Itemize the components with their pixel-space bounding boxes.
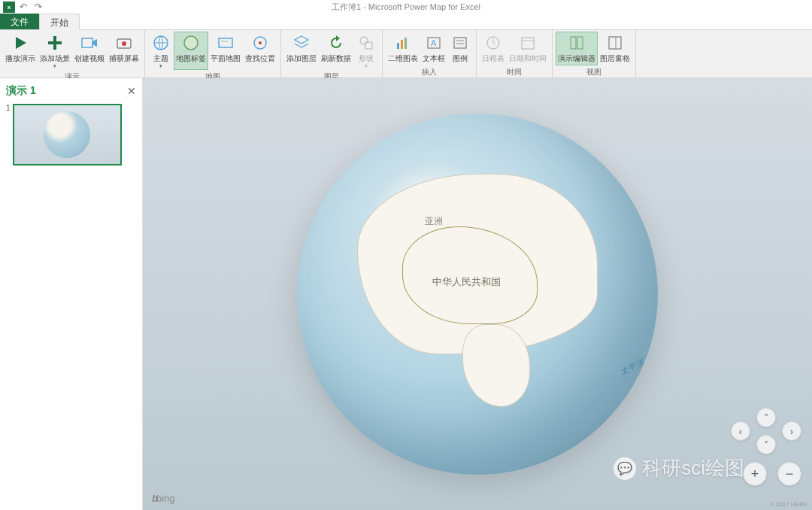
watermark: 💬 科研sci绘图 (614, 455, 744, 481)
tilt-down-button[interactable]: ˅ (756, 435, 776, 454)
refresh-data-button[interactable]: 刷新数据 (319, 32, 353, 70)
group-layer: 添加图层 刷新数据 形状 ▾ 图层 (281, 30, 383, 77)
window-title: 工作簿1 - Microsoft Power Map for Excel (0, 2, 812, 13)
refresh-icon (326, 33, 346, 53)
tab-home[interactable]: 开始 (39, 14, 80, 30)
titlebar: x ↶ ↷ 工作簿1 - Microsoft Power Map for Exc… (0, 0, 812, 14)
create-video-button[interactable]: 创建视频 (72, 32, 107, 70)
scene-number: 1 (6, 104, 11, 165)
label-pacific: 太平洋 (618, 357, 645, 378)
landmass (462, 324, 530, 407)
layer-pane-button[interactable]: 图层窗格 (598, 32, 632, 65)
plus-icon (45, 33, 65, 53)
bing-attribution: bbing (152, 493, 175, 504)
group-time: 日程表 日期和时间 时间 (477, 30, 553, 77)
zoom-in-button[interactable]: + (743, 462, 767, 486)
svg-rect-19 (522, 38, 534, 49)
tab-file[interactable]: 文件 (0, 14, 39, 29)
svg-point-7 (259, 41, 262, 44)
copyright-text: © 2017 HERE (770, 501, 807, 508)
find-location-button[interactable]: 查找位置 (243, 32, 277, 70)
pane-icon (605, 33, 625, 53)
panel-title: 演示 1 (6, 84, 36, 98)
svg-rect-10 (397, 43, 399, 49)
wechat-icon: 💬 (614, 457, 636, 480)
svg-point-8 (360, 37, 368, 44)
svg-point-4 (184, 36, 198, 50)
shape-icon (356, 33, 376, 53)
group-label: 视图 (556, 65, 632, 79)
ribbon: 播放演示 添加场景 ▾ 创建视频 捕获屏幕 演示 主题 ▾ (0, 30, 812, 78)
svg-rect-22 (577, 37, 583, 49)
excel-app-icon: x (3, 2, 15, 13)
chevron-down-icon: ▾ (159, 64, 162, 68)
group-label: 插入 (386, 65, 473, 79)
bar-chart-icon (393, 33, 413, 53)
theme-button[interactable]: 主题 ▾ (148, 32, 174, 70)
add-layer-button[interactable]: 添加图层 (284, 32, 319, 70)
workspace: 演示 1 ✕ 1 亚洲 中华人民共和国 太平洋 bbing © 2017 HER… (0, 78, 812, 510)
globe-icon (151, 33, 171, 53)
play-tour-button[interactable]: 播放演示 (3, 32, 38, 70)
textbox-icon: A (424, 33, 444, 53)
flat-map-button[interactable]: 平面地图 (208, 32, 243, 70)
svg-rect-12 (404, 38, 407, 49)
chevron-down-icon: ▾ (53, 64, 56, 68)
layer-add-icon (292, 33, 311, 53)
textbox-button[interactable]: A 文本框 (420, 32, 447, 65)
svg-text:A: A (431, 38, 437, 47)
tour-editor-button[interactable]: 演示编辑器 (556, 32, 598, 65)
clock-icon (483, 33, 503, 53)
camera-icon (114, 33, 134, 53)
video-icon (80, 33, 99, 53)
svg-rect-23 (609, 37, 621, 49)
play-icon (11, 33, 30, 53)
legend-button[interactable]: 图例 (447, 32, 473, 65)
shapes-button: 形状 ▾ (353, 32, 379, 70)
group-demo: 播放演示 添加场景 ▾ 创建视频 捕获屏幕 演示 (0, 30, 145, 77)
svg-rect-0 (82, 38, 92, 47)
calendar-icon (518, 33, 538, 53)
rotate-right-button[interactable]: › (782, 421, 801, 441)
datetime-button: 日期和时间 (507, 32, 549, 65)
scene-thumbnail[interactable] (13, 104, 122, 165)
globe-label-icon (181, 33, 201, 53)
tilt-up-button[interactable]: ˄ (756, 408, 776, 427)
svg-rect-11 (401, 40, 403, 49)
svg-rect-15 (454, 38, 466, 48)
group-label: 时间 (480, 65, 549, 79)
capture-screen-button[interactable]: 捕获屏幕 (107, 32, 141, 70)
editor-icon (567, 33, 586, 53)
globe-3d[interactable]: 亚洲 中华人民共和国 太平洋 (297, 114, 658, 475)
zoom-out-button[interactable]: − (777, 462, 801, 486)
timeline-button: 日程表 (480, 32, 507, 65)
ribbon-tabs: 文件 开始 (0, 14, 812, 30)
map-canvas[interactable]: 亚洲 中华人民共和国 太平洋 bbing © 2017 HERE ˄ ˅ ‹ ›… (143, 78, 812, 510)
chart-2d-button[interactable]: 二维图表 (386, 32, 420, 65)
svg-point-2 (122, 41, 126, 46)
svg-rect-5 (219, 38, 232, 47)
group-view: 演示编辑器 图层窗格 视图 (553, 30, 636, 77)
rotate-left-button[interactable]: ‹ (731, 421, 750, 441)
close-icon[interactable]: ✕ (127, 85, 136, 97)
group-insert: 二维图表 A 文本框 图例 插入 (383, 30, 477, 77)
map-labels-button[interactable]: 地图标签 (174, 32, 208, 70)
group-map: 主题 ▾ 地图标签 平面地图 查找位置 地图 (145, 30, 281, 77)
tour-panel: 演示 1 ✕ 1 (0, 78, 143, 510)
undo-icon[interactable]: ↶ (17, 2, 30, 13)
legend-icon (450, 33, 470, 53)
thumbnail-globe-icon (44, 111, 90, 158)
chevron-down-icon: ▾ (365, 64, 368, 68)
svg-rect-21 (571, 37, 576, 49)
redo-icon[interactable]: ↷ (32, 2, 45, 13)
flat-map-icon (216, 33, 235, 53)
add-scene-button[interactable]: 添加场景 ▾ (38, 32, 72, 70)
location-icon (250, 33, 270, 53)
